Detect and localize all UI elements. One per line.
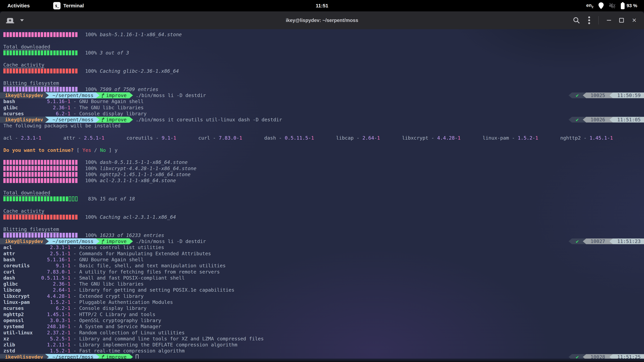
package-description: Library for getting and setting POSIX.1e… bbox=[79, 287, 234, 293]
progress-block bbox=[34, 68, 37, 73]
progress-percent: 100% bbox=[85, 214, 97, 220]
progress-block bbox=[72, 160, 74, 165]
progress-block bbox=[3, 68, 6, 73]
progress-block-empty bbox=[72, 196, 74, 201]
package-name: ncurses bbox=[3, 305, 36, 311]
progress-block bbox=[53, 196, 56, 201]
progress-block bbox=[56, 50, 59, 55]
progress-block bbox=[38, 68, 40, 73]
package-desc-separator: - bbox=[70, 287, 79, 293]
progress-block bbox=[60, 160, 62, 165]
status-time: 11:51:05 bbox=[613, 117, 644, 122]
powerline-arrow-icon bbox=[129, 354, 133, 359]
package-desc-separator: - bbox=[70, 111, 79, 116]
package-columns-row: acl - 2.3.1-1attr - 2.5.1-1coreutils - 9… bbox=[0, 135, 644, 141]
blank-line bbox=[0, 74, 644, 80]
progress-block bbox=[3, 172, 6, 177]
release-number: 1 bbox=[68, 299, 70, 305]
chevron-down-icon[interactable] bbox=[20, 19, 24, 21]
progress-block bbox=[47, 233, 49, 238]
powerline-arrow-icon bbox=[583, 354, 586, 359]
package-desc-separator: - bbox=[70, 105, 79, 110]
prompt-row: ikey@lispydev~/serpent/mossimprove✔10028… bbox=[0, 354, 644, 359]
progress-bar bbox=[3, 50, 78, 55]
progress-block bbox=[50, 50, 52, 55]
bracket: ] bbox=[106, 147, 114, 153]
window-titlebar[interactable]: ikey@lispydev: ~/serpent/moss ✕ bbox=[0, 11, 644, 29]
progress-row: 100% libxcrypt-4.4.28-1-1-x86_64.stone bbox=[0, 165, 644, 171]
package-description: A utility for fetching files from remote… bbox=[79, 269, 220, 275]
blank-line bbox=[0, 129, 644, 135]
search-button[interactable] bbox=[573, 17, 580, 24]
progress-block bbox=[69, 87, 71, 92]
package-desc-separator: - bbox=[70, 324, 79, 329]
version-number: 2.64- bbox=[362, 135, 377, 141]
progress-block bbox=[66, 172, 68, 177]
menu-button[interactable] bbox=[588, 16, 590, 24]
progress-block bbox=[6, 215, 9, 220]
progress-block bbox=[72, 215, 74, 220]
prompt-row: ikey@lispydev~/serpent/mossimprove./bin/… bbox=[0, 238, 644, 244]
progress-block bbox=[53, 215, 56, 220]
progress-block bbox=[31, 166, 34, 171]
battery-icon bbox=[620, 2, 625, 9]
progress-block bbox=[6, 32, 9, 37]
progress-text: 15 out of 18 bbox=[97, 196, 135, 202]
progress-block bbox=[6, 87, 9, 92]
package-row: util-linux2.37.2-1 - Random collection o… bbox=[0, 330, 644, 336]
progress-block bbox=[72, 32, 74, 37]
package-description: HTTP/2 C Library and tools bbox=[79, 312, 155, 317]
progress-block bbox=[6, 172, 9, 177]
minimize-button[interactable] bbox=[607, 20, 611, 21]
progress-block bbox=[56, 160, 59, 165]
new-tab-button[interactable] bbox=[6, 16, 14, 24]
progress-block bbox=[25, 196, 28, 201]
prompt-path-segment: ~/serpent/moss bbox=[49, 92, 96, 98]
powerline-arrow-icon bbox=[96, 92, 100, 98]
powerline-arrow-icon bbox=[96, 354, 100, 359]
powerline-arrow-icon bbox=[568, 117, 572, 122]
terminal-cursor bbox=[136, 355, 138, 359]
slash: / bbox=[91, 147, 100, 153]
progress-block bbox=[25, 32, 28, 37]
progress-block bbox=[19, 178, 21, 183]
maximize-button[interactable] bbox=[619, 18, 624, 23]
prompt-user-segment: ikey@lispydev bbox=[0, 92, 45, 98]
system-status-area[interactable]: en2 93 % bbox=[586, 2, 637, 9]
progress-block bbox=[25, 233, 28, 238]
close-button[interactable]: ✕ bbox=[632, 17, 637, 23]
package-column-item: acl - 2.3.1-1 bbox=[3, 135, 42, 141]
terminal-content[interactable]: 100% bash-5.1.16-1-1-x86_64.stoneTotal d… bbox=[0, 29, 644, 359]
progress-block bbox=[13, 166, 15, 171]
progress-percent: 100% bbox=[85, 31, 97, 37]
prompt-branch-segment: improve bbox=[100, 117, 129, 123]
package-name: attr - bbox=[64, 135, 84, 141]
git-branch-icon bbox=[101, 117, 104, 122]
progress-block bbox=[16, 172, 18, 177]
progress-block bbox=[25, 178, 28, 183]
progress-block bbox=[44, 160, 46, 165]
progress-block bbox=[19, 233, 21, 238]
package-name: dash bbox=[3, 275, 36, 281]
confirm-question-row: Do you want to continue? [ Yes / No ] y bbox=[0, 147, 644, 153]
progress-text: Caching glibc-2.36-1.x86_64 bbox=[97, 68, 179, 74]
package-column-item: dash - 0.5.11.5-1 bbox=[264, 135, 314, 141]
clock[interactable]: 11:51 bbox=[0, 3, 644, 8]
package-column-item: libxcrypt - 4.4.28-1 bbox=[402, 135, 460, 141]
progress-block bbox=[66, 32, 68, 37]
prompt-path-segment: ~/serpent/moss bbox=[49, 117, 96, 123]
powerline-arrow-icon bbox=[610, 92, 613, 98]
progress-block bbox=[56, 196, 59, 201]
prompt-row: ikey@lispydev~/serpent/mossimprove./bin/… bbox=[0, 117, 644, 123]
new-tab-icon bbox=[6, 16, 14, 24]
progress-block bbox=[13, 32, 15, 37]
status-check-segment: ✔ bbox=[572, 117, 583, 122]
powerline-arrow-icon bbox=[129, 92, 133, 98]
progress-block bbox=[50, 172, 52, 177]
location-icon bbox=[598, 2, 604, 9]
package-name: nghttp2 bbox=[3, 311, 36, 318]
progress-block bbox=[72, 233, 74, 238]
powerline-arrow-icon bbox=[45, 117, 49, 123]
section-label-text: Total downloaded bbox=[3, 190, 50, 196]
package-desc-separator: - bbox=[70, 245, 79, 250]
